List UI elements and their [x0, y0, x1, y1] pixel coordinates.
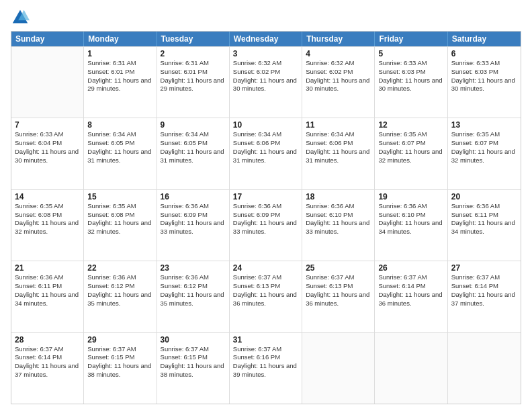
calendar-cell: 10Sunrise: 6:34 AM Sunset: 6:06 PM Dayli…: [230, 118, 302, 189]
day-info: Sunrise: 6:32 AM Sunset: 6:02 PM Dayligh…: [233, 59, 298, 93]
day-info: Sunrise: 6:34 AM Sunset: 6:06 PM Dayligh…: [233, 130, 298, 165]
calendar-cell: 2Sunrise: 6:31 AM Sunset: 6:01 PM Daylig…: [157, 47, 230, 118]
calendar-cell: 31Sunrise: 6:37 AM Sunset: 6:16 PM Dayli…: [230, 333, 302, 404]
day-info: Sunrise: 6:34 AM Sunset: 6:05 PM Dayligh…: [87, 130, 152, 165]
day-number: 19: [378, 192, 443, 201]
calendar-cell: [11, 47, 84, 118]
header: [11, 7, 521, 27]
calendar-cell: 12Sunrise: 6:35 AM Sunset: 6:07 PM Dayli…: [375, 118, 447, 189]
day-number: 29: [87, 335, 152, 345]
calendar-header-cell: Sunday: [11, 32, 84, 46]
day-info: Sunrise: 6:33 AM Sunset: 6:03 PM Dayligh…: [378, 59, 443, 93]
calendar: SundayMondayTuesdayWednesdayThursdayFrid…: [11, 31, 521, 404]
day-info: Sunrise: 6:37 AM Sunset: 6:16 PM Dayligh…: [233, 345, 298, 379]
calendar-cell: 7Sunrise: 6:33 AM Sunset: 6:04 PM Daylig…: [11, 118, 84, 189]
calendar-cell: 19Sunrise: 6:36 AM Sunset: 6:10 PM Dayli…: [375, 190, 447, 261]
day-number: 17: [233, 192, 298, 201]
day-info: Sunrise: 6:37 AM Sunset: 6:13 PM Dayligh…: [306, 273, 371, 308]
day-info: Sunrise: 6:34 AM Sunset: 6:06 PM Dayligh…: [306, 130, 371, 165]
calendar-cell: 24Sunrise: 6:37 AM Sunset: 6:13 PM Dayli…: [230, 261, 302, 332]
calendar-cell: 22Sunrise: 6:36 AM Sunset: 6:12 PM Dayli…: [84, 261, 157, 332]
calendar-cell: 8Sunrise: 6:34 AM Sunset: 6:05 PM Daylig…: [84, 118, 157, 189]
day-number: 22: [87, 263, 152, 273]
logo: [11, 7, 32, 27]
day-info: Sunrise: 6:37 AM Sunset: 6:13 PM Dayligh…: [233, 273, 298, 308]
day-info: Sunrise: 6:36 AM Sunset: 6:12 PM Dayligh…: [87, 273, 152, 308]
day-info: Sunrise: 6:36 AM Sunset: 6:09 PM Dayligh…: [161, 202, 226, 236]
calendar-cell: [302, 333, 375, 404]
day-number: 1: [87, 49, 152, 58]
day-number: 11: [306, 120, 371, 130]
calendar-row: 14Sunrise: 6:35 AM Sunset: 6:08 PM Dayli…: [11, 189, 521, 261]
day-number: 16: [161, 192, 226, 201]
calendar-cell: 27Sunrise: 6:37 AM Sunset: 6:14 PM Dayli…: [448, 261, 521, 332]
calendar-cell: [375, 333, 447, 404]
calendar-cell: 15Sunrise: 6:35 AM Sunset: 6:08 PM Dayli…: [84, 190, 157, 261]
day-info: Sunrise: 6:34 AM Sunset: 6:05 PM Dayligh…: [161, 130, 226, 165]
calendar-cell: 29Sunrise: 6:37 AM Sunset: 6:15 PM Dayli…: [84, 333, 157, 404]
day-number: 9: [161, 120, 226, 130]
calendar-header: SundayMondayTuesdayWednesdayThursdayFrid…: [11, 32, 521, 46]
calendar-row: 21Sunrise: 6:36 AM Sunset: 6:11 PM Dayli…: [11, 261, 521, 332]
day-number: 25: [306, 263, 371, 273]
day-info: Sunrise: 6:36 AM Sunset: 6:09 PM Dayligh…: [233, 202, 298, 236]
day-number: 28: [15, 335, 80, 345]
day-info: Sunrise: 6:35 AM Sunset: 6:08 PM Dayligh…: [87, 202, 152, 236]
day-number: 15: [87, 192, 152, 201]
day-info: Sunrise: 6:35 AM Sunset: 6:08 PM Dayligh…: [15, 202, 80, 236]
day-info: Sunrise: 6:37 AM Sunset: 6:15 PM Dayligh…: [161, 345, 226, 379]
day-number: 24: [233, 263, 298, 273]
calendar-cell: 30Sunrise: 6:37 AM Sunset: 6:15 PM Dayli…: [157, 333, 230, 404]
calendar-cell: 16Sunrise: 6:36 AM Sunset: 6:09 PM Dayli…: [157, 190, 230, 261]
calendar-header-cell: Thursday: [302, 32, 375, 46]
calendar-cell: 17Sunrise: 6:36 AM Sunset: 6:09 PM Dayli…: [230, 190, 302, 261]
calendar-cell: 1Sunrise: 6:31 AM Sunset: 6:01 PM Daylig…: [84, 47, 157, 118]
day-number: 2: [161, 49, 226, 58]
day-number: 27: [451, 263, 517, 273]
page: SundayMondayTuesdayWednesdayThursdayFrid…: [0, 0, 532, 411]
day-info: Sunrise: 6:37 AM Sunset: 6:14 PM Dayligh…: [378, 273, 443, 308]
day-info: Sunrise: 6:37 AM Sunset: 6:15 PM Dayligh…: [87, 345, 152, 379]
day-info: Sunrise: 6:36 AM Sunset: 6:10 PM Dayligh…: [306, 202, 371, 236]
day-number: 21: [15, 263, 80, 273]
day-info: Sunrise: 6:32 AM Sunset: 6:02 PM Dayligh…: [306, 59, 371, 93]
day-number: 30: [161, 335, 226, 345]
calendar-cell: [448, 333, 521, 404]
calendar-cell: 14Sunrise: 6:35 AM Sunset: 6:08 PM Dayli…: [11, 190, 84, 261]
day-number: 31: [233, 335, 298, 345]
calendar-cell: 28Sunrise: 6:37 AM Sunset: 6:14 PM Dayli…: [11, 333, 84, 404]
calendar-cell: 4Sunrise: 6:32 AM Sunset: 6:02 PM Daylig…: [302, 47, 375, 118]
day-number: 7: [15, 120, 80, 130]
day-info: Sunrise: 6:36 AM Sunset: 6:11 PM Dayligh…: [451, 202, 517, 236]
calendar-cell: 6Sunrise: 6:33 AM Sunset: 6:03 PM Daylig…: [448, 47, 521, 118]
day-info: Sunrise: 6:36 AM Sunset: 6:10 PM Dayligh…: [378, 202, 443, 236]
day-info: Sunrise: 6:37 AM Sunset: 6:14 PM Dayligh…: [451, 273, 517, 308]
calendar-cell: 23Sunrise: 6:36 AM Sunset: 6:12 PM Dayli…: [157, 261, 230, 332]
day-info: Sunrise: 6:33 AM Sunset: 6:04 PM Dayligh…: [15, 130, 80, 165]
day-number: 6: [451, 49, 517, 58]
day-info: Sunrise: 6:36 AM Sunset: 6:11 PM Dayligh…: [15, 273, 80, 308]
calendar-row: 7Sunrise: 6:33 AM Sunset: 6:04 PM Daylig…: [11, 118, 521, 189]
day-info: Sunrise: 6:35 AM Sunset: 6:07 PM Dayligh…: [378, 130, 443, 165]
day-info: Sunrise: 6:37 AM Sunset: 6:14 PM Dayligh…: [15, 345, 80, 379]
day-number: 23: [161, 263, 226, 273]
calendar-header-cell: Tuesday: [157, 32, 230, 46]
calendar-cell: 11Sunrise: 6:34 AM Sunset: 6:06 PM Dayli…: [302, 118, 375, 189]
day-number: 12: [378, 120, 443, 130]
day-info: Sunrise: 6:31 AM Sunset: 6:01 PM Dayligh…: [161, 59, 226, 93]
calendar-row: 1Sunrise: 6:31 AM Sunset: 6:01 PM Daylig…: [11, 46, 521, 118]
calendar-header-cell: Monday: [84, 32, 157, 46]
calendar-row: 28Sunrise: 6:37 AM Sunset: 6:14 PM Dayli…: [11, 332, 521, 404]
day-number: 18: [306, 192, 371, 201]
day-number: 14: [15, 192, 80, 201]
day-info: Sunrise: 6:33 AM Sunset: 6:03 PM Dayligh…: [451, 59, 517, 93]
day-info: Sunrise: 6:35 AM Sunset: 6:07 PM Dayligh…: [451, 130, 517, 165]
day-number: 13: [451, 120, 517, 130]
calendar-header-cell: Friday: [375, 32, 447, 46]
logo-icon: [11, 8, 30, 27]
calendar-cell: 20Sunrise: 6:36 AM Sunset: 6:11 PM Dayli…: [448, 190, 521, 261]
day-number: 10: [233, 120, 298, 130]
day-number: 20: [451, 192, 517, 201]
day-number: 5: [378, 49, 443, 58]
day-info: Sunrise: 6:36 AM Sunset: 6:12 PM Dayligh…: [161, 273, 226, 308]
